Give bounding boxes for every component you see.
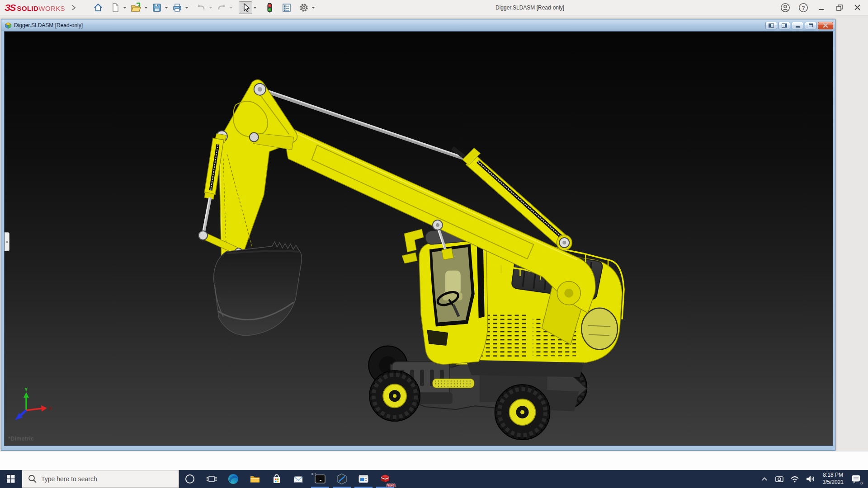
system-tray: 8:18 PM 3/5/2021 3 <box>757 470 868 488</box>
view-orientation-label: *Dimetric <box>8 435 34 442</box>
open-dropdown-icon[interactable] <box>144 7 148 9</box>
doc-close-icon <box>822 23 829 28</box>
tray-chevron-button[interactable] <box>757 470 772 488</box>
print-button[interactable] <box>170 1 184 14</box>
start-button[interactable] <box>0 470 22 488</box>
show-pane-left-button[interactable] <box>765 22 777 29</box>
close-button[interactable] <box>851 1 864 14</box>
terminal-prompt-text: C:\ <box>311 473 316 476</box>
screen: ЗS SOLID WORKS <box>0 0 868 488</box>
home-button[interactable] <box>91 1 105 14</box>
assembly-document-icon <box>5 22 12 29</box>
close-icon <box>853 3 863 13</box>
document-titlebar[interactable]: Digger.SLDASM [Read-only] <box>1 19 835 31</box>
speaker-icon <box>805 474 816 484</box>
save-dropdown-icon[interactable] <box>165 7 168 9</box>
options-dropdown-icon[interactable] <box>311 7 315 9</box>
undo-icon <box>196 2 207 13</box>
wifi-icon <box>789 474 800 484</box>
stick-cylinder[interactable] <box>260 88 572 250</box>
mdi-workarea: Digger.SLDASM [Read-only] <box>0 15 868 451</box>
pane-left-icon <box>769 23 774 28</box>
minimize-button[interactable] <box>815 1 828 14</box>
bucket[interactable] <box>214 242 302 336</box>
tray-network-button[interactable] <box>787 470 802 488</box>
taskbar-item-cortana[interactable] <box>179 470 201 488</box>
taskbar-search[interactable] <box>22 470 179 488</box>
status-bar <box>0 451 868 470</box>
doc-close-button[interactable] <box>818 22 833 29</box>
print-dropdown-icon[interactable] <box>185 7 189 9</box>
orientation-triad: Y X <box>13 387 56 424</box>
undo-button[interactable] <box>194 1 208 14</box>
taskbar-item-mail[interactable] <box>288 470 309 488</box>
excavator-model[interactable] <box>5 32 833 446</box>
open-folder-icon <box>130 2 142 13</box>
mail-icon <box>292 473 304 485</box>
document-title: Digger.SLDASM [Read-only] <box>14 22 83 28</box>
new-document-button[interactable] <box>108 1 122 14</box>
select-dropdown-icon[interactable] <box>253 7 257 9</box>
pane-right-icon <box>782 23 787 28</box>
minimize-icon <box>816 3 826 13</box>
document-window: Digger.SLDASM [Read-only] <box>1 19 835 451</box>
quick-access-toolbar <box>91 0 317 15</box>
app-window-icon <box>358 473 369 485</box>
user-account-icon <box>780 2 791 13</box>
tray-meet-now-button[interactable] <box>772 470 787 488</box>
app-titlebar: ЗS SOLID WORKS <box>0 0 868 15</box>
tray-clock[interactable]: 8:18 PM 3/5/2021 <box>819 472 847 486</box>
help-button[interactable]: ? <box>797 1 810 14</box>
taskbar-item-edge[interactable] <box>222 470 244 488</box>
taskbar-item-hexagon-app[interactable] <box>331 470 353 488</box>
new-dropdown-icon[interactable] <box>123 7 127 9</box>
triad-x-label: X <box>49 406 52 411</box>
settings-gear-icon <box>298 2 309 13</box>
restore-button[interactable] <box>833 1 846 14</box>
graphics-viewport[interactable]: Y X *Dimetric <box>4 31 833 446</box>
tray-date: 3/5/2021 <box>822 479 844 486</box>
save-icon <box>151 2 162 13</box>
redo-dropdown-icon[interactable] <box>229 7 233 9</box>
store-icon <box>271 473 283 485</box>
account-button[interactable] <box>778 1 792 14</box>
windows-logo-icon <box>5 473 17 485</box>
restore-icon <box>835 3 844 13</box>
display-manager-button[interactable] <box>280 1 293 14</box>
open-button[interactable] <box>129 1 143 14</box>
undo-dropdown-icon[interactable] <box>209 7 212 9</box>
home-icon <box>93 2 104 13</box>
options-button[interactable] <box>297 1 311 14</box>
cortana-icon <box>184 473 196 485</box>
file-explorer-icon <box>249 473 261 485</box>
notification-badge: 3 <box>859 480 864 486</box>
menu-expand-icon[interactable] <box>71 5 76 11</box>
rebuild-button[interactable] <box>263 1 276 14</box>
doc-minimize-button[interactable] <box>792 22 803 29</box>
taskbar-item-terminal[interactable]: C:\ <box>309 470 331 488</box>
solidworks-year-label: 2021 <box>387 483 396 488</box>
panel-splitter-handle[interactable] <box>5 232 9 251</box>
search-input[interactable] <box>22 470 179 488</box>
rebuild-traffic-light-icon <box>265 2 274 14</box>
redo-button[interactable] <box>215 1 228 14</box>
taskbar-item-file-explorer[interactable] <box>244 470 266 488</box>
taskbar-item-task-view[interactable] <box>201 470 222 488</box>
action-center-button[interactable]: 3 <box>847 470 865 488</box>
save-button[interactable] <box>150 1 164 14</box>
search-icon <box>27 474 38 484</box>
show-pane-right-button[interactable] <box>778 22 790 29</box>
svg-text:?: ? <box>802 5 805 11</box>
doc-restore-button[interactable] <box>805 22 816 29</box>
help-icon: ? <box>798 2 809 13</box>
taskbar-item-store[interactable] <box>266 470 288 488</box>
solidworks-logo: ЗS SOLID WORKS <box>5 2 65 13</box>
list-properties-icon <box>281 2 292 13</box>
edge-icon <box>227 473 239 485</box>
doc-restore-icon <box>809 23 813 27</box>
taskbar-item-app-window[interactable] <box>353 470 374 488</box>
triad-y-label: Y <box>24 387 28 392</box>
select-button[interactable] <box>239 1 252 14</box>
taskbar-item-solidworks[interactable]: 2021 <box>374 470 396 488</box>
tray-volume-button[interactable] <box>802 470 819 488</box>
